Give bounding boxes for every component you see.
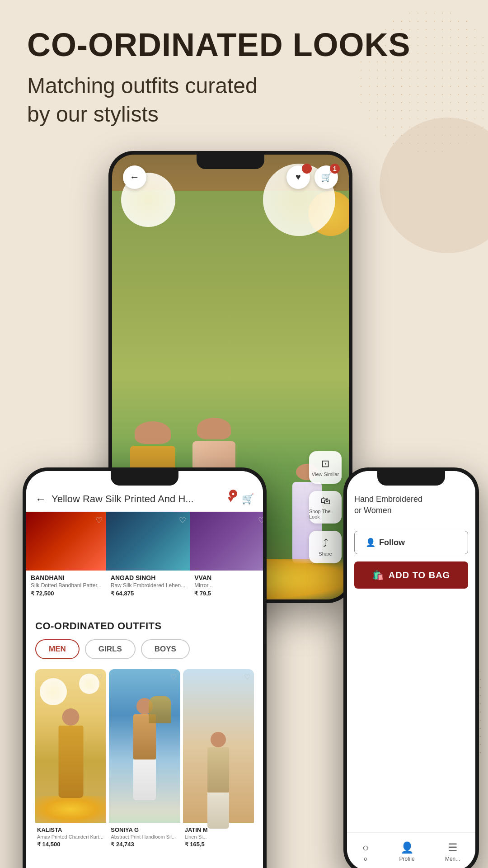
jatin-image (183, 669, 254, 823)
wishlist-badge (302, 164, 312, 174)
vvan-image (190, 512, 263, 571)
front-back-button[interactable]: ← (35, 493, 46, 505)
vvan-brand: VVAN (194, 574, 263, 581)
outfit-card-soniya[interactable]: SONIYA G Abstract Print Handloom Sil... … (109, 669, 180, 851)
soniya-info: SONIYA G Abstract Print Handloom Sil... … (109, 823, 180, 851)
cart-button[interactable]: 🛒 1 (314, 165, 338, 189)
outfit-card-kalista[interactable]: KALISTA Arnav Printed Chanderi Kurt... ₹… (35, 669, 106, 851)
right-nav-o-label: o (364, 856, 367, 862)
section-title: CO-ORDINATED OUTFITS (35, 620, 254, 632)
shop-look-icon: 🛍 (320, 495, 330, 507)
tab-boys[interactable]: BOYS (141, 639, 190, 659)
phone-right-notch (377, 471, 445, 486)
phone-front-inner: ← Yellow Raw Silk Printed And H... ♥● 🛒 … (26, 471, 263, 868)
view-similar-button[interactable]: ⊡ View Similar (309, 451, 342, 484)
front-header-icons: ♥● 🛒 (228, 493, 254, 505)
soniya-image (109, 669, 180, 823)
angad-info: ANGAD SINGH Raw Silk Embroidered Lehen..… (106, 571, 190, 600)
kalista-brand: KALISTA (37, 826, 104, 833)
right-nav-profile-label: Profile (399, 856, 415, 862)
angad-name: Raw Silk Embroidered Lehen... (111, 582, 185, 589)
follow-button[interactable]: 👤 Follow (354, 531, 468, 554)
bottom-spacer (26, 857, 263, 868)
share-icon: ⤴ (323, 538, 328, 549)
top-icons: ♥ 🛒 1 (286, 165, 338, 189)
kalista-image (35, 669, 106, 823)
bandhani-info: BANDHANI Silk Dotted Bandhani Patter... … (26, 571, 106, 600)
soniya-price: ₹ 24,743 (111, 841, 178, 848)
back-button[interactable]: ← (123, 165, 146, 189)
jatin-figure (207, 732, 229, 829)
share-button[interactable]: ⤴ Share (309, 531, 342, 563)
header-section: CO-ORDINATED LOOKS Matching outfits cura… (0, 0, 488, 142)
angad-price: ₹ 64,875 (111, 590, 185, 597)
bandhani-name: Silk Dotted Bandhani Patter... (31, 582, 102, 589)
shop-the-look-button[interactable]: 🛍 Shop The Look (309, 491, 342, 524)
outfit-card-jatin[interactable]: JATIN M Linen Si... ₹ 165,5 ♡ (183, 669, 254, 851)
man-head (135, 421, 171, 444)
right-nav-o-icon: ○ (362, 841, 369, 854)
right-nav-o[interactable]: ○ o (362, 841, 369, 862)
menu-icon: ☰ (448, 841, 458, 854)
front-phone-title: Yellow Raw Silk Printed And H... (52, 493, 222, 505)
page-title: CO-ORDINATED LOOKS (27, 27, 461, 63)
kalista-price: ₹ 14,500 (37, 841, 104, 848)
woman-head (197, 418, 231, 439)
phone-notch (197, 155, 264, 169)
tab-girls[interactable]: GIRLS (85, 639, 136, 659)
kalista-name: Arnav Printed Chanderi Kurt... (37, 834, 104, 840)
phone-right: Hand Embroidered or Women 👤 Follow 🛍️ AD… (343, 467, 479, 868)
product-strip: BANDHANI Silk Dotted Bandhani Patter... … (26, 512, 263, 611)
profile-icon: 👤 (400, 841, 414, 854)
outfit-grid: KALISTA Arnav Printed Chanderi Kurt... ₹… (26, 664, 263, 857)
soniya-name: Abstract Print Handloom Sil... (111, 834, 178, 840)
product-card-bandhani[interactable]: BANDHANI Silk Dotted Bandhani Patter... … (26, 512, 106, 611)
bandhani-image (26, 512, 106, 571)
bandhani-price: ₹ 72,500 (31, 590, 102, 597)
jatin-price: ₹ 165,5 (185, 841, 252, 848)
cart-badge: 1 (330, 164, 340, 174)
phone-right-inner: Hand Embroidered or Women 👤 Follow 🛍️ AD… (347, 471, 475, 868)
soniya-wishlist-icon[interactable]: ♡ (170, 673, 177, 681)
follow-label: Follow (379, 538, 405, 547)
right-nav-menu[interactable]: ☰ Men... (445, 841, 460, 862)
vvan-name: Mirror... (194, 582, 263, 589)
vvan-wishlist-icon[interactable]: ♡ (258, 515, 263, 525)
vvan-info: VVAN Mirror... ₹ 79,5 (190, 571, 263, 600)
right-nav-menu-label: Men... (445, 856, 460, 862)
right-product-text: Hand Embroidered or Women (354, 494, 468, 516)
jatin-name: Linen Si... (185, 834, 252, 840)
front-cart-icon[interactable]: 🛒 (242, 493, 254, 505)
kalista-wishlist-icon[interactable]: ♡ (96, 673, 103, 681)
bag-icon: 🛍️ (372, 570, 384, 580)
phone-front: ← Yellow Raw Silk Printed And H... ♥● 🛒 … (23, 467, 267, 868)
coordinated-section: CO-ORDINATED OUTFITS MEN GIRLS BOYS (26, 611, 263, 664)
add-to-bag-button[interactable]: 🛍️ ADD TO BAG (354, 561, 468, 589)
cart-icon: 🛒 (321, 172, 332, 183)
jatin-wishlist-icon[interactable]: ♡ (244, 673, 250, 681)
angad-wishlist-icon[interactable]: ♡ (179, 515, 186, 525)
filter-tabs: MEN GIRLS BOYS (35, 639, 254, 659)
bandhani-brand: BANDHANI (31, 574, 102, 581)
right-nav-profile[interactable]: 👤 Profile (399, 841, 415, 862)
tab-men[interactable]: MEN (35, 639, 80, 659)
phone-front-notch (111, 471, 178, 486)
follow-icon: 👤 (366, 538, 375, 547)
right-bottom-bar: ○ o 👤 Profile ☰ Men... (347, 832, 475, 868)
kalista-figure (58, 708, 83, 798)
page-subtitle: Matching outfits curated by our stylists (27, 72, 461, 128)
product-card-vvan[interactable]: VVAN Mirror... ₹ 79,5 ♡ (190, 512, 263, 611)
vvan-price: ₹ 79,5 (194, 590, 263, 597)
heart-icon: ♥ (296, 172, 301, 182)
bandhani-wishlist-icon[interactable]: ♡ (95, 515, 103, 525)
phones-container: ← ♥ 🛒 1 ⊡ (0, 151, 488, 829)
product-card-angad[interactable]: ANGAD SINGH Raw Silk Embroidered Lehen..… (106, 512, 190, 611)
angad-brand: ANGAD SINGH (111, 574, 185, 581)
wishlist-button[interactable]: ♥ (286, 165, 310, 189)
soniya-brand: SONIYA G (111, 826, 178, 833)
front-heart-icon[interactable]: ♥● (228, 493, 234, 505)
add-to-bag-label: ADD TO BAG (389, 570, 450, 580)
angad-image (106, 512, 190, 571)
side-actions: ⊡ View Similar 🛍 Shop The Look ⤴ Share (309, 451, 342, 563)
kalista-info: KALISTA Arnav Printed Chanderi Kurt... ₹… (35, 823, 106, 851)
